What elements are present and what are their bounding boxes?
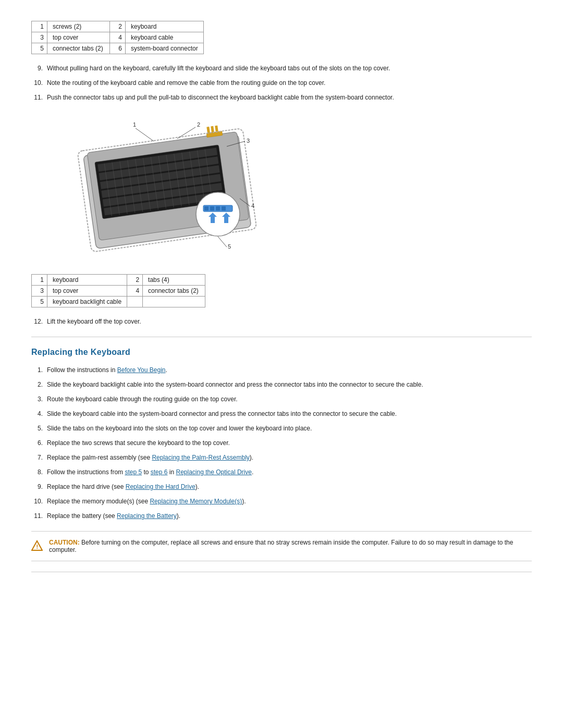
caution-box: ! CAUTION: Before turning on the compute…	[31, 531, 532, 561]
step-text: Without pulling hard on the keyboard, ca…	[47, 64, 390, 73]
table-cell: 4	[127, 286, 143, 297]
step-text: Push the connector tabs up and pull the …	[47, 93, 394, 102]
svg-text:3: 3	[247, 138, 250, 144]
step-text: Replace the palm-rest assembly (see Repl…	[47, 453, 253, 462]
section-divider-2	[31, 572, 532, 572]
step-number: 2.	[31, 380, 43, 389]
step-text: Slide the tabs on the keyboard into the …	[47, 424, 312, 433]
table-cell: top cover	[47, 32, 110, 43]
table-cell: keyboard	[126, 21, 204, 32]
list-item: 10.Note the routing of the keyboard cabl…	[31, 78, 532, 88]
step-number: 3.	[31, 394, 43, 404]
step-number: 12.	[31, 317, 43, 326]
table-row: 5keyboard backlight cable	[32, 297, 205, 307]
svg-rect-32	[216, 206, 220, 211]
step-text: Note the routing of the keyboard cable a…	[47, 78, 325, 88]
table-cell: 5	[32, 297, 47, 307]
section-heading: Replacing the Keyboard	[31, 348, 532, 357]
table-row: 3top cover4keyboard cable	[32, 32, 204, 43]
list-item: 7.Replace the palm-rest assembly (see Re…	[31, 453, 532, 462]
step-text: Lift the keyboard off the top cover.	[47, 317, 141, 326]
table-cell: keyboard	[47, 275, 127, 286]
section-divider-1	[31, 337, 532, 337]
table-row: 1keyboard2tabs (4)	[32, 275, 205, 286]
list-item: 9.Replace the hard drive (see Replacing …	[31, 482, 532, 491]
step-number: 7.	[31, 453, 43, 462]
table-cell: 2	[127, 275, 143, 286]
step-number: 10.	[31, 497, 43, 506]
inline-link[interactable]: Replacing the Memory Module(s)	[150, 498, 242, 505]
step-number: 4.	[31, 409, 43, 418]
svg-line-38	[177, 127, 195, 139]
step-text: Slide the keyboard backlight cable into …	[47, 380, 423, 389]
svg-text:1: 1	[133, 121, 136, 128]
caution-text: CAUTION: Before turning on the computer,…	[49, 539, 532, 553]
svg-text:!: !	[36, 544, 39, 550]
list-item: 11.Push the connector tabs up and pull t…	[31, 93, 532, 102]
list-item: 8.Follow the instructions from step 5 to…	[31, 467, 532, 477]
svg-line-44	[218, 237, 227, 247]
table-cell: tabs (4)	[143, 275, 205, 286]
inline-link[interactable]: Replacing the Palm-Rest Assembly	[152, 454, 249, 461]
table-row: 3top cover4connector tabs (2)	[32, 286, 205, 297]
table-cell: keyboard backlight cable	[47, 297, 127, 307]
inline-link[interactable]: Before You Begin	[117, 366, 166, 374]
svg-line-36	[136, 128, 154, 141]
inline-link[interactable]: step 6	[151, 468, 168, 476]
parts-table-2: 1keyboard2tabs (4)3top cover4connector t…	[31, 274, 205, 307]
svg-text:5: 5	[228, 243, 231, 250]
table-row: 5connector tabs (2)6system-board connect…	[32, 43, 204, 54]
table-cell: connector tabs (2)	[47, 43, 110, 54]
step-12: 12. Lift the keyboard off the top cover.	[31, 317, 532, 326]
list-item: 9.Without pulling hard on the keyboard, …	[31, 64, 532, 73]
step-number: 11.	[31, 511, 43, 521]
inline-link[interactable]: Replacing the Optical Drive	[176, 468, 252, 476]
keyboard-image: 1 2 3 4 5	[73, 113, 271, 264]
step-text: Follow the instructions from step 5 to s…	[47, 467, 253, 477]
step12-list: 12. Lift the keyboard off the top cover.	[31, 317, 532, 326]
list-item: 6.Replace the two screws that secure the…	[31, 438, 532, 448]
svg-text:4: 4	[251, 203, 254, 209]
caution-body: Before turning on the computer, replace …	[49, 539, 513, 553]
step-number: 9.	[31, 482, 43, 491]
inline-link[interactable]: step 5	[125, 468, 142, 476]
inline-link[interactable]: Replacing the Hard Drive	[126, 483, 195, 490]
step-number: 1.	[31, 365, 43, 375]
step-text: Slide the keyboard cable into the system…	[47, 409, 397, 418]
step-text: Replace the battery (see Replacing the B…	[47, 511, 180, 521]
table-cell: 3	[32, 286, 47, 297]
removal-steps-list: 9.Without pulling hard on the keyboard, …	[31, 64, 532, 102]
caution-icon: !	[31, 540, 43, 553]
step-number: 8.	[31, 467, 43, 477]
step-number: 11.	[31, 93, 43, 102]
parts-table-1: 1screws (2)2keyboard3top cover4keyboard …	[31, 21, 204, 54]
table-row: 1screws (2)2keyboard	[32, 21, 204, 32]
svg-rect-33	[222, 206, 226, 211]
list-item: 1.Follow the instructions in Before You …	[31, 365, 532, 375]
list-item: 11.Replace the battery (see Replacing th…	[31, 511, 532, 521]
list-item: 4.Slide the keyboard cable into the syst…	[31, 409, 532, 418]
table-cell	[127, 297, 143, 307]
step-text: Replace the two screws that secure the k…	[47, 438, 230, 448]
table-cell: keyboard cable	[126, 32, 204, 43]
list-item: 2.Slide the keyboard backlight cable int…	[31, 380, 532, 389]
step-number: 10.	[31, 78, 43, 88]
svg-rect-31	[210, 206, 214, 211]
table-cell: 3	[32, 32, 47, 43]
inline-link[interactable]: Replacing the Battery	[117, 512, 177, 520]
table-cell: connector tabs (2)	[143, 286, 205, 297]
step-text: Replace the hard drive (see Replacing th…	[47, 482, 199, 491]
svg-text:2: 2	[197, 121, 200, 128]
list-item: 5.Slide the tabs on the keyboard into th…	[31, 424, 532, 433]
table-cell: top cover	[47, 286, 127, 297]
table-cell: system-board connector	[126, 43, 204, 54]
step-number: 6.	[31, 438, 43, 448]
step-number: 9.	[31, 64, 43, 73]
table-cell: screws (2)	[47, 21, 110, 32]
table-cell: 6	[110, 43, 126, 54]
svg-rect-30	[204, 206, 209, 211]
table-cell	[143, 297, 205, 307]
step-text: Route the keyboard cable through the rou…	[47, 394, 238, 404]
table-cell: 4	[110, 32, 126, 43]
list-item: 10.Replace the memory module(s) (see Rep…	[31, 497, 532, 506]
